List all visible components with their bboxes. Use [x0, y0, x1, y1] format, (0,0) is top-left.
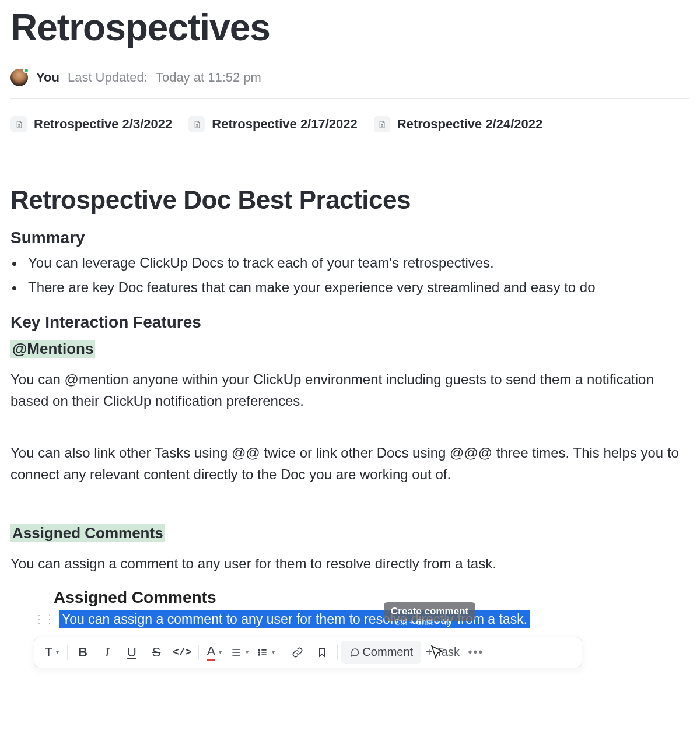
- author-name[interactable]: You: [36, 70, 60, 85]
- page-title: Retrospectives: [10, 6, 690, 49]
- embedded-example: Assigned Comments ⋮⋮ You can assign a co…: [34, 588, 582, 668]
- last-updated-label: Last Updated:: [68, 70, 148, 85]
- toolbar-divider: [282, 645, 282, 660]
- mentions-heading: @Mentions: [10, 340, 95, 358]
- presence-indicator: [23, 68, 29, 73]
- list-item: There are key Doc features that can make…: [24, 276, 690, 299]
- meta-row: You Last Updated: Today at 11:52 pm: [10, 69, 690, 86]
- toolbar-divider: [198, 645, 199, 660]
- text-style-button[interactable]: T▾: [40, 641, 64, 664]
- subpage-label: Retrospective 2/3/2022: [34, 117, 172, 132]
- subpage-link[interactable]: Retrospective 2/24/2022: [374, 115, 543, 134]
- italic-button[interactable]: I: [96, 641, 119, 664]
- body-text: You can @mention anyone within your Clic…: [10, 368, 690, 412]
- avatar[interactable]: [10, 69, 28, 86]
- bold-button[interactable]: B: [71, 641, 94, 664]
- comment-button[interactable]: Comment: [341, 641, 421, 664]
- document-icon: [10, 116, 27, 132]
- bookmark-button[interactable]: [310, 641, 334, 664]
- summary-list: You can leverage ClickUp Docs to track e…: [24, 252, 690, 299]
- section-heading: Retrospective Doc Best Practices: [10, 185, 690, 215]
- link-button[interactable]: [286, 641, 309, 664]
- body-text: You can also link other Tasks using @@ t…: [10, 442, 690, 485]
- list-item: You can leverage ClickUp Docs to track e…: [24, 252, 690, 274]
- tooltip-shortcut: Ctrl + Shift + M: [394, 617, 449, 627]
- strikethrough-button[interactable]: S: [145, 641, 168, 664]
- underline-button[interactable]: U: [120, 641, 144, 664]
- subpage-link[interactable]: Retrospective 2/3/2022: [10, 115, 172, 134]
- divider: [10, 150, 690, 150]
- embed-title: Assigned Comments: [54, 588, 582, 607]
- subpage-label: Retrospective 2/17/2022: [212, 117, 358, 132]
- svg-point-0: [259, 649, 260, 651]
- add-task-button[interactable]: + Task: [422, 641, 463, 664]
- key-features-heading: Key Interaction Features: [10, 313, 690, 332]
- drag-handle-icon[interactable]: ⋮⋮: [34, 614, 55, 624]
- assigned-comments-heading: Assigned Comments: [10, 524, 165, 542]
- code-button[interactable]: </>: [169, 641, 195, 664]
- subpage-list: Retrospective 2/3/2022 Retrospective 2/1…: [10, 115, 690, 134]
- document-icon: [188, 116, 205, 132]
- subpage-label: Retrospective 2/24/2022: [397, 117, 543, 132]
- toolbar-divider: [67, 645, 68, 660]
- divider: [10, 98, 690, 99]
- document-icon: [374, 116, 390, 132]
- more-button[interactable]: •••: [464, 641, 488, 664]
- toolbar-divider: [337, 645, 338, 660]
- last-updated-value: Today at 11:52 pm: [156, 70, 261, 85]
- subpage-link[interactable]: Retrospective 2/17/2022: [188, 115, 358, 134]
- svg-point-2: [259, 654, 260, 655]
- list-button[interactable]: ▾: [253, 641, 278, 664]
- formatting-toolbar: T▾ B I U S </> A▾ ▾ ▾: [34, 637, 582, 668]
- text-color-button[interactable]: A▾: [202, 641, 226, 664]
- body-text: You can assign a comment to any user for…: [10, 553, 690, 574]
- align-button[interactable]: ▾: [227, 641, 252, 664]
- svg-point-1: [259, 652, 260, 653]
- summary-heading: Summary: [10, 229, 690, 247]
